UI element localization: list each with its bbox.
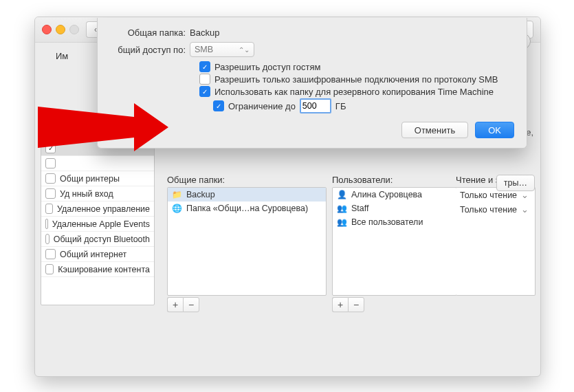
folder-item[interactable]: Папка «Общи…на Суровцева) xyxy=(168,202,326,215)
user-icon xyxy=(337,190,347,199)
service-label: Кэширование контента xyxy=(58,265,150,274)
user-item[interactable]: Staff xyxy=(333,202,456,215)
folder-label: Папка «Общи…на Суровцева) xyxy=(186,204,308,213)
shared-folder-label: Общая папка: xyxy=(110,28,186,38)
service-label: Общий интернет xyxy=(60,250,126,259)
service-checkbox[interactable] xyxy=(45,234,49,244)
guest-access-checkbox[interactable] xyxy=(199,61,210,72)
chevron-down-icon xyxy=(521,204,529,215)
service-row[interactable]: Удаленное управление xyxy=(41,202,154,217)
guest-access-option[interactable]: Разрешить доступ гостям xyxy=(199,61,514,72)
service-label: Удаленное управление xyxy=(57,204,150,214)
service-checkbox[interactable] xyxy=(45,249,56,259)
folder-options-sheet: Общая папка: Backup бщий доступ по: SMB … xyxy=(97,18,527,149)
chevron-updown-icon: ⌃⌄ xyxy=(239,46,250,54)
permissions-list[interactable]: Только чтениеТолько чтение xyxy=(456,187,536,296)
time-machine-option[interactable]: Использовать как папку для резервного ко… xyxy=(199,86,514,97)
prefs-window: ‹ › ⋮⋮⋮ Общий доступ 🔍 Им Вкл. Общи ринт… xyxy=(34,17,541,377)
service-checkbox[interactable] xyxy=(45,264,54,274)
permission-label: Только чтение xyxy=(460,190,517,200)
service-row[interactable]: Общий доступ Bluetooth xyxy=(41,232,154,247)
globe-icon xyxy=(172,204,182,213)
encrypted-smb-checkbox[interactable] xyxy=(199,74,210,85)
service-checkbox[interactable] xyxy=(45,173,56,184)
service-label: Общий доступ Bluetooth xyxy=(54,235,150,244)
service-checkbox[interactable] xyxy=(45,219,48,229)
folder-item[interactable]: Backup xyxy=(168,188,326,202)
service-checkbox[interactable] xyxy=(45,143,56,153)
service-checkbox[interactable] xyxy=(45,128,56,138)
add-folder-button[interactable]: + xyxy=(167,297,183,312)
shared-folder-value: Backup xyxy=(190,28,219,38)
user-item[interactable]: Все пользователи xyxy=(333,215,456,229)
service-checkbox[interactable] xyxy=(45,188,56,199)
permission-item[interactable]: Только чтение xyxy=(456,202,535,217)
time-machine-checkbox[interactable] xyxy=(199,86,210,97)
users-label: Пользователи: xyxy=(332,175,393,185)
user-label: Все пользователи xyxy=(351,217,423,227)
computer-name-label: Им xyxy=(56,51,68,61)
service-row[interactable]: Уд нный вход xyxy=(41,186,154,202)
encrypted-smb-option[interactable]: Разрешить только зашифрованные подключен… xyxy=(199,74,514,85)
service-checkbox[interactable] xyxy=(45,158,56,168)
service-row[interactable]: Удаленные Apple Events xyxy=(41,217,154,232)
share-via-select[interactable]: SMB ⌃⌄ xyxy=(190,42,254,57)
user-item[interactable]: Алина Суровцева xyxy=(333,188,456,202)
folder-label: Backup xyxy=(186,190,215,199)
services-list[interactable]: Общи ринтерыУд нный входУдаленное управл… xyxy=(41,125,155,305)
user-label: Алина Суровцева xyxy=(351,190,422,199)
service-row[interactable]: Кэширование контента xyxy=(41,262,154,277)
ok-button[interactable]: OK xyxy=(475,122,514,138)
users-plusminus: + − xyxy=(332,297,364,312)
service-checkbox[interactable] xyxy=(45,204,53,214)
permission-label: Только чтение xyxy=(460,205,517,215)
user-label: Staff xyxy=(351,204,368,213)
limit-option[interactable]: Ограничение до ГБ xyxy=(213,98,514,113)
service-row[interactable] xyxy=(41,156,154,171)
users-list[interactable]: Алина СуровцеваStaffВсе пользователи xyxy=(332,187,457,296)
cancel-button[interactable]: Отменить xyxy=(401,122,468,138)
group-icon xyxy=(337,204,347,213)
folder-icon xyxy=(172,190,182,199)
folders-plusminus: + − xyxy=(167,297,199,312)
remove-user-button[interactable]: − xyxy=(348,297,364,312)
options-button[interactable]: тры… xyxy=(496,175,535,191)
limit-input[interactable] xyxy=(300,98,331,113)
limit-checkbox[interactable] xyxy=(213,100,224,111)
shared-folders-list[interactable]: BackupПапка «Общи…на Суровцева) xyxy=(167,187,327,296)
window-controls xyxy=(42,25,79,34)
remove-folder-button[interactable]: − xyxy=(183,297,199,312)
minimize-window-button[interactable] xyxy=(56,25,65,34)
service-row[interactable]: Общи ринтеры xyxy=(41,171,154,186)
service-label: Уд нный вход xyxy=(60,189,113,199)
service-row[interactable]: Общий интернет xyxy=(41,247,154,262)
zoom-window-button[interactable] xyxy=(69,25,79,34)
group-icon xyxy=(337,217,347,227)
add-user-button[interactable]: + xyxy=(332,297,348,312)
shared-folders-label: Общие папки: xyxy=(167,175,225,185)
share-via-label: бщий доступ по: xyxy=(110,45,186,55)
service-label: Удаленные Apple Events xyxy=(52,219,150,229)
service-label: Общи ринтеры xyxy=(60,174,120,184)
chevron-down-icon xyxy=(521,190,529,200)
close-window-button[interactable] xyxy=(42,25,52,34)
